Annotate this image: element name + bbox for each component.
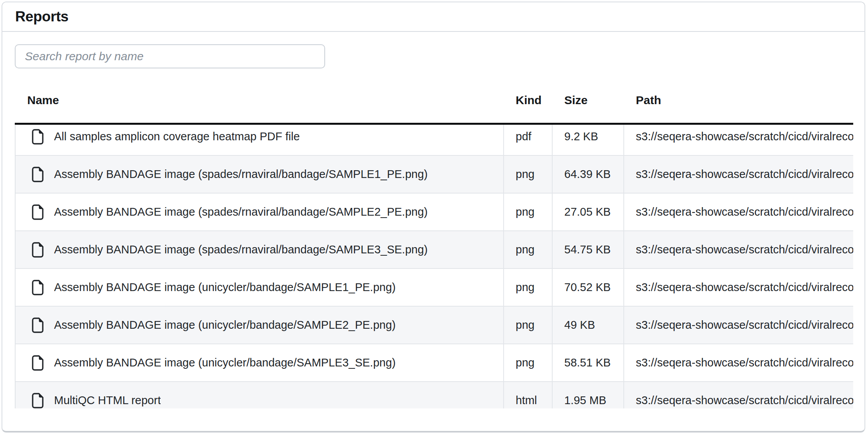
file-icon: [32, 355, 44, 371]
name-cell: Assembly BANDAGE image (unicycler/bandag…: [16, 307, 503, 344]
table-scroll-viewport[interactable]: All samples amplicon coverage heatmap PD…: [15, 125, 853, 408]
report-name: Assembly BANDAGE image (unicycler/bandag…: [54, 319, 396, 331]
report-kind: png: [503, 269, 552, 306]
table-row[interactable]: Assembly BANDAGE image (spades/rnaviral/…: [16, 194, 853, 231]
report-name: Assembly BANDAGE image (unicycler/bandag…: [54, 356, 396, 369]
table-row[interactable]: All samples amplicon coverage heatmap PD…: [16, 125, 853, 156]
report-size: 1.95 MB: [552, 382, 623, 408]
file-icon: [32, 393, 44, 408]
table-body: All samples amplicon coverage heatmap PD…: [16, 125, 853, 408]
report-path: s3://seqera-showcase/scratch/cicd/viralr…: [623, 269, 853, 306]
report-size: 27.05 KB: [552, 194, 623, 230]
report-kind: pdf: [503, 125, 552, 155]
name-cell: Assembly BANDAGE image (unicycler/bandag…: [16, 344, 503, 381]
table-row[interactable]: Assembly BANDAGE image (unicycler/bandag…: [16, 344, 853, 382]
name-cell: MultiQC HTML report: [16, 382, 503, 408]
report-path: s3://seqera-showcase/scratch/cicd/viralr…: [623, 194, 853, 230]
report-name: Assembly BANDAGE image (spades/rnaviral/…: [54, 168, 428, 181]
name-cell: Assembly BANDAGE image (unicycler/bandag…: [16, 269, 503, 306]
file-icon: [32, 317, 44, 333]
name-cell: Assembly BANDAGE image (spades/rnaviral/…: [16, 194, 503, 230]
report-kind: png: [503, 344, 552, 381]
file-icon: [32, 242, 44, 258]
report-kind: png: [503, 231, 552, 268]
table-row[interactable]: MultiQC HTML report html 1.95 MB s3://se…: [16, 382, 853, 408]
report-name: Assembly BANDAGE image (unicycler/bandag…: [54, 281, 396, 294]
report-path: s3://seqera-showcase/scratch/cicd/viralr…: [623, 382, 853, 408]
table-row[interactable]: Assembly BANDAGE image (unicycler/bandag…: [16, 307, 853, 344]
file-icon: [32, 204, 44, 220]
report-path: s3://seqera-showcase/scratch/cicd/viralr…: [623, 307, 853, 344]
column-header-size: Size: [552, 78, 623, 123]
report-name: Assembly BANDAGE image (spades/rnaviral/…: [54, 206, 428, 218]
card-body: Name Kind Size Path All samples amplicon…: [2, 32, 864, 408]
report-kind: png: [503, 194, 552, 230]
report-name: MultiQC HTML report: [54, 394, 161, 407]
reports-card: Reports Name Kind Size Path All samples …: [2, 2, 865, 433]
name-cell: Assembly BANDAGE image (spades/rnaviral/…: [16, 156, 503, 193]
report-path: s3://seqera-showcase/scratch/cicd/viralr…: [623, 231, 853, 268]
file-icon: [32, 280, 44, 295]
report-kind: png: [503, 307, 552, 344]
table-header-row: Name Kind Size Path: [15, 78, 853, 125]
search-input[interactable]: [15, 44, 325, 68]
table-row[interactable]: Assembly BANDAGE image (unicycler/bandag…: [16, 269, 853, 307]
report-name: All samples amplicon coverage heatmap PD…: [54, 130, 300, 143]
page-title: Reports: [15, 9, 68, 25]
report-size: 9.2 KB: [552, 125, 623, 155]
report-path: s3://seqera-showcase/scratch/cicd/viralr…: [623, 156, 853, 193]
report-path: s3://seqera-showcase/scratch/cicd/viralr…: [623, 344, 853, 381]
name-cell: Assembly BANDAGE image (spades/rnaviral/…: [16, 231, 503, 268]
name-cell: All samples amplicon coverage heatmap PD…: [16, 125, 503, 155]
report-size: 70.52 KB: [552, 269, 623, 306]
report-size: 64.39 KB: [552, 156, 623, 193]
file-icon: [32, 129, 44, 145]
report-path: s3://seqera-showcase/scratch/cicd/viralr…: [623, 125, 853, 155]
report-kind: png: [503, 156, 552, 193]
table-row[interactable]: Assembly BANDAGE image (spades/rnaviral/…: [16, 156, 853, 194]
card-header: Reports: [2, 2, 864, 32]
table-row[interactable]: Assembly BANDAGE image (spades/rnaviral/…: [16, 231, 853, 269]
column-header-name: Name: [15, 78, 503, 123]
report-size: 49 KB: [552, 307, 623, 344]
column-header-path: Path: [623, 78, 853, 123]
report-size: 54.75 KB: [552, 231, 623, 268]
column-header-kind: Kind: [503, 78, 552, 123]
report-name: Assembly BANDAGE image (spades/rnaviral/…: [54, 243, 428, 256]
reports-table: Name Kind Size Path All samples amplicon…: [15, 78, 853, 408]
report-size: 58.51 KB: [552, 344, 623, 381]
report-kind: html: [503, 382, 552, 408]
file-icon: [32, 167, 44, 182]
